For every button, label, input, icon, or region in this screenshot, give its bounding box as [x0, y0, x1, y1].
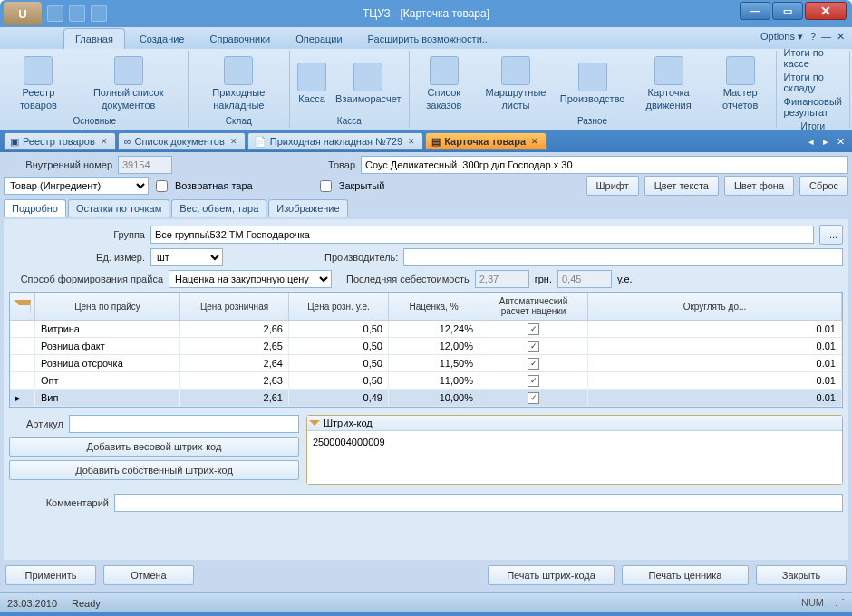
col-auto[interactable]: Автоматический расчет наценки: [479, 293, 588, 320]
reset-button[interactable]: Сброс: [799, 176, 848, 196]
ribbon-registry-products[interactable]: Реестр товаров: [5, 53, 72, 115]
resize-grip-icon[interactable]: ⋰: [835, 597, 845, 609]
ribbon-tabs: Главная Создание Справочники Операции Ра…: [0, 27, 852, 49]
ribbon-tab-create[interactable]: Создание: [129, 29, 196, 49]
table-row[interactable]: Розница факт2,650,5012,00%✓0.01: [10, 338, 842, 355]
tab-prev-icon[interactable]: ◂: [805, 135, 818, 148]
doc-tab-invoice[interactable]: 📄Приходная накладная №729✕: [247, 132, 424, 150]
table-row[interactable]: Розница отсрочка2,640,5011,50%✓0.01: [10, 355, 842, 372]
close-icon[interactable]: ✕: [406, 136, 417, 147]
close-card-button[interactable]: Закрыть: [756, 565, 847, 585]
product-field[interactable]: [361, 156, 848, 174]
close-icon[interactable]: ✕: [529, 136, 540, 147]
bg-color-button[interactable]: Цвет фона: [724, 176, 794, 196]
article-field[interactable]: [69, 415, 299, 433]
unit-select[interactable]: шт: [150, 248, 223, 266]
group-field[interactable]: [150, 226, 814, 244]
group-browse-button[interactable]: ...: [819, 225, 843, 245]
print-price-button[interactable]: Печать ценника: [622, 565, 749, 585]
qat-new-icon[interactable]: [47, 5, 63, 22]
ribbon-tab-ops[interactable]: Операции: [285, 29, 353, 49]
col-retail[interactable]: Цена розничная: [180, 293, 289, 320]
price-grid[interactable]: Цена по прайсу Цена розничная Цена розн.…: [9, 292, 843, 408]
help-icon[interactable]: ?: [810, 31, 816, 43]
infinity-icon: ∞: [124, 136, 131, 147]
barcode-value[interactable]: 2500004000009: [313, 437, 837, 448]
ribbon-full-list[interactable]: Полный список документов: [73, 53, 184, 115]
tab-close-all-icon[interactable]: ✕: [834, 135, 847, 148]
ribbon-body: Реестр товаров Полный список документов …: [0, 49, 852, 130]
inner-tab-weight[interactable]: Вес, объем, тара: [171, 199, 266, 217]
statusbar: 23.03.2010 Ready NUM ⋰: [0, 592, 852, 612]
side-link-cash[interactable]: Итоги по кассе: [784, 47, 842, 69]
doc-list-icon: [114, 56, 143, 85]
content-area: Внутренний номер Товар Товар (Ингредиент…: [0, 152, 852, 592]
ribbon-incoming[interactable]: Приходные накладные: [192, 53, 286, 115]
ribbon-card-movement[interactable]: Карточка движения: [631, 53, 707, 115]
qat-doc-icon[interactable]: [91, 5, 107, 22]
col-round[interactable]: Округлять до...: [588, 293, 842, 320]
ribbon-kassa[interactable]: Касса: [294, 53, 330, 115]
text-color-button[interactable]: Цвет текста: [644, 176, 719, 196]
table-row[interactable]: ▸Вип2,610,4910,00%✓0.01: [10, 390, 842, 407]
ribbon-tab-main[interactable]: Главная: [63, 28, 125, 49]
table-row[interactable]: Опт2,630,5011,00%✓0.01: [10, 372, 842, 390]
col-price-by[interactable]: Цена по прайсу: [35, 293, 180, 320]
comment-field[interactable]: [114, 494, 843, 512]
grn-label: грн.: [535, 274, 552, 284]
options-button[interactable]: Options ▾: [760, 31, 803, 43]
ribbon-settlement[interactable]: Взаиморасчет: [332, 53, 404, 115]
status-date: 23.03.2010: [7, 598, 57, 609]
product-type-select[interactable]: Товар (Ингредиент): [4, 177, 149, 195]
font-button[interactable]: Шрифт: [586, 176, 639, 196]
barcode-list[interactable]: 2500004000009: [307, 431, 842, 484]
add-own-barcode-button[interactable]: Добавить собственный штрих-код: [9, 460, 299, 480]
inner-tab-detail[interactable]: Подробно: [4, 199, 66, 217]
qat-dropdown-icon[interactable]: [69, 5, 85, 22]
print-barcode-button[interactable]: Печать штрих-кода: [488, 565, 615, 585]
triangle-icon: [309, 420, 320, 426]
ribbon-orders[interactable]: Список заказов: [413, 53, 476, 115]
side-link-finance[interactable]: Финансовый результат: [784, 96, 842, 118]
inner-tab-stock[interactable]: Остатки по точкам: [68, 199, 169, 217]
col-retail-ue[interactable]: Цена розн. у.е.: [289, 293, 389, 320]
ribbon-routes[interactable]: Маршрутные листы: [477, 53, 555, 115]
maximize-button[interactable]: ▭: [772, 2, 803, 20]
barcode-header: Штрих-код: [324, 418, 373, 428]
closed-checkbox[interactable]: [320, 180, 332, 192]
price-method-select[interactable]: Наценка на закупочную цену: [169, 270, 332, 288]
doc-tab-doclist[interactable]: ∞Список документов✕: [118, 132, 246, 150]
app-close-icon[interactable]: ✕: [837, 31, 845, 43]
ribbon-production[interactable]: Производство: [557, 53, 629, 115]
ribbon-report-master[interactable]: Мастер отчетов: [709, 53, 772, 115]
maker-field[interactable]: [403, 248, 843, 266]
cash-icon: [297, 63, 326, 91]
close-button[interactable]: ✕: [805, 2, 847, 20]
maker-label: Производитель:: [324, 252, 398, 263]
col-markup[interactable]: Наценка, %: [389, 293, 479, 320]
ribbon-tab-reference[interactable]: Справочники: [199, 29, 282, 49]
table-row[interactable]: Витрина2,660,5012,24%✓0.01: [10, 321, 842, 338]
ribbon-group-label: Разное: [413, 115, 772, 126]
doc-tab-product-card[interactable]: ▤Карточка товара✕: [425, 132, 547, 150]
ribbon-tab-extend[interactable]: Расширить возможности...: [357, 29, 501, 49]
tab-next-icon[interactable]: ▸: [819, 135, 832, 148]
doc-tab-registry[interactable]: ▣Реестр товаров✕: [4, 132, 116, 150]
apply-button[interactable]: Применить: [5, 565, 96, 585]
settle-icon: [353, 63, 382, 91]
last-cost-field: [475, 270, 529, 288]
barcode-panel: Штрих-код 2500004000009: [306, 415, 843, 485]
cancel-button[interactable]: Отмена: [103, 565, 194, 585]
side-link-stock[interactable]: Итоги по складу: [784, 72, 842, 93]
internal-num-field[interactable]: [118, 156, 172, 174]
minimize-button[interactable]: —: [740, 2, 770, 20]
minimize-ribbon-icon[interactable]: —: [821, 31, 831, 43]
return-tara-checkbox[interactable]: [156, 180, 168, 192]
add-weight-barcode-button[interactable]: Добавить весовой штрих-код: [9, 437, 299, 457]
close-icon[interactable]: ✕: [99, 136, 110, 147]
comment-label: Комментарий: [9, 497, 109, 508]
closed-label: Закрытый: [339, 180, 385, 191]
inner-tab-image[interactable]: Изображение: [268, 199, 347, 217]
list-icon: [24, 56, 53, 85]
close-icon[interactable]: ✕: [228, 136, 239, 147]
